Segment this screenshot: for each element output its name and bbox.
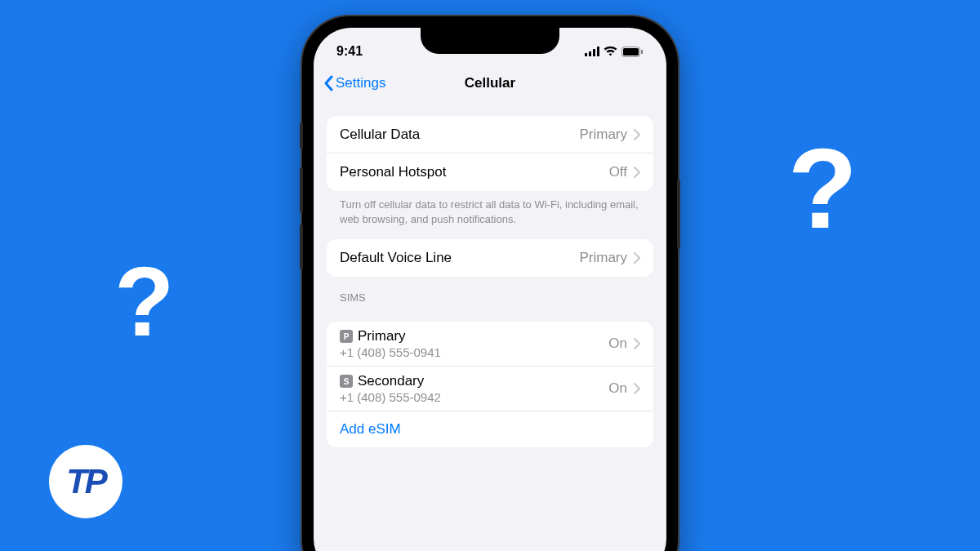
sim-badge-icon: S (340, 375, 353, 388)
sim-status: On (608, 335, 627, 352)
phone-notch (421, 28, 559, 54)
sim-name: Primary (358, 328, 406, 344)
back-button[interactable]: Settings (323, 75, 385, 91)
phone-volume-up-button (300, 167, 303, 212)
cellular-data-footnote: Turn off cellular data to restrict all d… (327, 191, 653, 226)
row-label: Cellular Data (340, 127, 579, 143)
add-esim-button[interactable]: Add eSIM (327, 411, 653, 447)
default-voice-line-row[interactable]: Default Voice Line Primary (327, 239, 653, 277)
settings-group-voice: Default Voice Line Primary (327, 239, 653, 277)
chevron-right-icon (634, 338, 640, 349)
settings-group-data: Cellular Data Primary Personal Hotspot O… (327, 116, 653, 191)
settings-group-sims: P Primary +1 (408) 555-0941 On S Seconda… (327, 322, 653, 447)
phone-frame: 9:41 Settings Cellular Cellular Data Pri… (302, 16, 678, 551)
row-label: Personal Hotspot (340, 164, 609, 180)
logo-text: TP (66, 462, 105, 501)
status-icons (585, 47, 644, 57)
sim-badge-icon: P (340, 330, 353, 343)
svg-rect-2 (593, 49, 595, 56)
phone-screen: 9:41 Settings Cellular Cellular Data Pri… (314, 28, 666, 551)
page-title: Cellular (465, 75, 515, 91)
battery-icon (621, 47, 644, 57)
chevron-left-icon (323, 75, 333, 91)
svg-rect-6 (641, 50, 643, 54)
question-mark-left: ? (114, 245, 174, 358)
row-value: Primary (579, 250, 627, 266)
cellular-signal-icon (585, 47, 599, 56)
sim-number: +1 (408) 555-0942 (340, 390, 608, 404)
chevron-right-icon (634, 167, 640, 178)
sim-status: On (608, 380, 627, 397)
chevron-right-icon (634, 383, 640, 394)
wifi-icon (604, 47, 617, 56)
chevron-right-icon (634, 252, 640, 264)
sims-section-header: SIMs (327, 277, 653, 309)
back-label: Settings (336, 75, 385, 91)
status-time: 9:41 (336, 44, 363, 59)
cellular-data-row[interactable]: Cellular Data Primary (327, 116, 653, 153)
svg-rect-3 (597, 47, 599, 56)
row-label: Default Voice Line (340, 250, 579, 266)
row-value: Primary (579, 127, 627, 143)
sim-number: +1 (408) 555-0941 (340, 345, 608, 359)
row-value: Off (609, 164, 627, 180)
chevron-right-icon (634, 129, 640, 140)
question-mark-right: ? (787, 122, 858, 255)
svg-rect-5 (623, 48, 639, 56)
phone-power-button (677, 180, 680, 249)
svg-rect-0 (585, 53, 587, 56)
personal-hotspot-row[interactable]: Personal Hotspot Off (327, 153, 653, 191)
sim-name: Secondary (358, 373, 424, 389)
sim-secondary-row[interactable]: S Secondary +1 (408) 555-0942 On (327, 367, 653, 411)
svg-rect-1 (589, 51, 591, 56)
phone-volume-down-button (300, 224, 303, 269)
phone-switch-button (300, 122, 303, 149)
sim-primary-row[interactable]: P Primary +1 (408) 555-0941 On (327, 322, 653, 367)
nav-bar: Settings Cellular (314, 67, 666, 103)
logo-badge: TP (49, 445, 122, 518)
